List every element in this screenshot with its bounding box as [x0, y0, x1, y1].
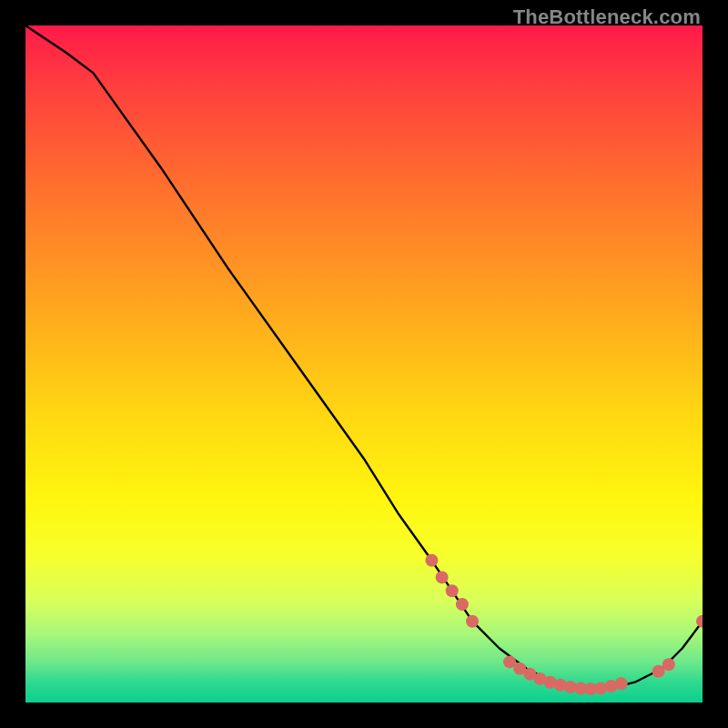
data-point-marker [425, 554, 438, 567]
data-point-marker [466, 615, 479, 628]
bottleneck-curve-markers [425, 554, 703, 695]
data-point-marker [662, 658, 675, 671]
chart-svg [25, 25, 703, 703]
bottleneck-curve-line [25, 25, 703, 689]
data-point-marker [456, 598, 469, 611]
data-point-marker [436, 571, 449, 583]
gradient-plot-area [25, 25, 703, 703]
data-point-marker [615, 677, 628, 690]
data-point-marker [446, 584, 459, 597]
watermark-text: TheBottleneck.com [513, 5, 701, 29]
data-point-marker [696, 615, 703, 628]
chart-frame: TheBottleneck.com [0, 0, 728, 728]
